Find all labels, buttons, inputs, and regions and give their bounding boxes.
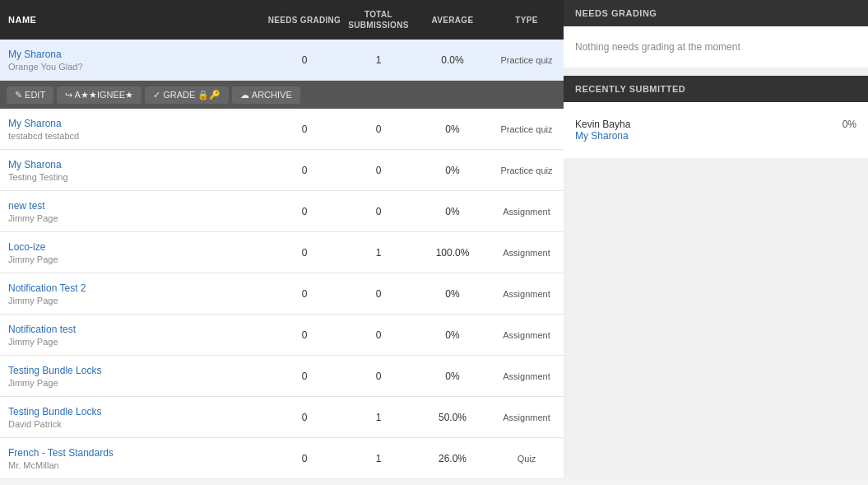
row-subtitle: Jimmy Page: [8, 213, 259, 223]
row-name-cell: Notification test Jimmy Page: [0, 317, 267, 353]
needs-grading-body: Nothing needs grading at the moment: [564, 26, 868, 68]
row-type: Assignment: [490, 330, 564, 340]
col-total-submissions-header: TOTAL SUBMISSIONS: [341, 9, 415, 30]
row-type: Quiz: [490, 454, 564, 464]
row-total-submissions: 1: [341, 453, 415, 464]
row-name-cell: Loco-ize Jimmy Page: [0, 235, 267, 271]
row-name-cell: French - Test Standards Mr. McMillan: [0, 441, 267, 477]
row-average: 0%: [415, 165, 490, 176]
row-name-cell: My Sharona testabcd testabcd: [0, 111, 267, 147]
table-row: new test Jimmy Page 0 0 0% Assignment: [0, 191, 564, 232]
assignment-title-link[interactable]: Loco-ize: [8, 241, 45, 253]
row-average: 0%: [415, 371, 490, 382]
row-needs-grading: 0: [267, 247, 341, 259]
row-subtitle: Jimmy Page: [8, 337, 259, 347]
row-type: Practice quiz: [490, 166, 564, 175]
row-subtitle: Orange You Glad?: [8, 62, 259, 72]
row-average: 0%: [415, 124, 490, 135]
table-row: French - Test Standards Mr. McMillan 0 1…: [0, 438, 564, 479]
table-row: My Sharona testabcd testabcd 0 0 0% Prac…: [0, 109, 564, 150]
assignment-title-link[interactable]: My Sharona: [8, 49, 62, 60]
row-name-cell: My Sharona Testing Testing: [0, 152, 267, 189]
table-row: Notification test Jimmy Page 0 0 0% Assi…: [0, 315, 564, 356]
assignment-title-link[interactable]: new test: [8, 200, 45, 212]
table-row: My Sharona Orange You Glad? 0 1 0.0% Pra…: [0, 40, 564, 81]
table-row: My Sharona Testing Testing 0 0 0% Practi…: [0, 150, 564, 191]
recently-submitted-header: RECENTLY SUBMITTED: [564, 76, 868, 102]
row-type: Practice quiz: [490, 124, 564, 134]
assignment-title-link[interactable]: Testing Bundle Locks: [8, 365, 101, 376]
row-name-cell: Notification Test 2 Jimmy Page: [0, 276, 267, 312]
needs-grading-header: NEEDS GRADING: [564, 0, 868, 26]
row-name-cell: Testing Bundle Locks David Patrick: [0, 399, 267, 436]
row-average: 100.0%: [415, 247, 490, 259]
row-average: 0%: [415, 288, 490, 300]
action-toolbar: ✎ EDIT ↪ A★★IGNEE★ ✓ GRADE 🔒🔑 ☁ ARCHIVE: [0, 81, 564, 109]
row-total-submissions: 1: [341, 412, 415, 423]
row-type: Practice quiz: [490, 55, 564, 65]
col-name-header: NAME: [0, 15, 267, 25]
row-total-submissions: 0: [341, 329, 415, 341]
table-row: Loco-ize Jimmy Page 0 1 100.0% Assignmen…: [0, 232, 564, 273]
recently-submitted-section: RECENTLY SUBMITTED Kevin Bayha My Sharon…: [564, 76, 868, 158]
needs-grading-empty-text: Nothing needs grading at the moment: [575, 38, 856, 56]
row-needs-grading: 0: [267, 453, 341, 464]
table-row: Notification Test 2 Jimmy Page 0 0 0% As…: [0, 273, 564, 315]
row-name-cell: My Sharona Orange You Glad?: [0, 42, 267, 78]
row-total-submissions: 0: [341, 371, 415, 382]
row-needs-grading: 0: [267, 329, 341, 341]
col-needs-grading-header: NEEDS GRADING: [267, 15, 341, 26]
submitted-username: Kevin Bayha: [575, 119, 630, 130]
row-subtitle: Mr. McMillan: [8, 460, 259, 470]
submitted-user-info: Kevin Bayha My Sharona: [575, 119, 630, 142]
row-total-submissions: 0: [341, 288, 415, 300]
row-needs-grading: 0: [267, 165, 341, 176]
row-average: 0%: [415, 329, 490, 341]
col-type-header: TYPE: [490, 16, 564, 25]
row-needs-grading: 0: [267, 371, 341, 382]
row-average: 0.0%: [415, 54, 490, 66]
row-subtitle: Testing Testing: [8, 172, 259, 182]
main-table-panel: NAME NEEDS GRADING TOTAL SUBMISSIONS AVE…: [0, 0, 564, 479]
row-type: Assignment: [490, 413, 564, 422]
assignment-title-link[interactable]: Notification test: [8, 324, 76, 335]
row-average: 50.0%: [415, 412, 490, 423]
row-subtitle: Jimmy Page: [8, 296, 259, 305]
recently-submitted-body: Kevin Bayha My Sharona 0%: [564, 102, 868, 158]
table-row: Testing Bundle Locks David Patrick 0 1 5…: [0, 397, 564, 438]
row-type: Assignment: [490, 207, 564, 217]
row-needs-grading: 0: [267, 54, 341, 66]
submitted-assignment-link[interactable]: My Sharona: [575, 130, 629, 142]
submitted-score: 0%: [842, 119, 856, 130]
row-total-submissions: 1: [341, 54, 415, 66]
row-subtitle: Jimmy Page: [8, 254, 259, 264]
row-total-submissions: 0: [341, 165, 415, 176]
row-total-submissions: 0: [341, 206, 415, 217]
assignment-title-link[interactable]: Testing Bundle Locks: [8, 406, 101, 417]
grade-button[interactable]: ✓ GRADE 🔒🔑: [145, 86, 229, 104]
row-needs-grading: 0: [267, 206, 341, 217]
assignment-title-link[interactable]: My Sharona: [8, 118, 62, 129]
row-type: Assignment: [490, 248, 564, 258]
row-average: 26.0%: [415, 453, 490, 464]
assignment-title-link[interactable]: My Sharona: [8, 159, 62, 170]
assignment-title-link[interactable]: French - Test Standards: [8, 447, 114, 459]
row-needs-grading: 0: [267, 124, 341, 135]
col-average-header: AVERAGE: [415, 16, 490, 25]
row-total-submissions: 0: [341, 124, 415, 135]
row-subtitle: Jimmy Page: [8, 378, 259, 388]
row-name-cell: new test Jimmy Page: [0, 194, 267, 230]
row-subtitle: testabcd testabcd: [8, 131, 259, 141]
row-average: 0%: [415, 206, 490, 217]
assignee-button[interactable]: ↪ A★★IGNEE★: [57, 86, 142, 104]
row-type: Assignment: [490, 289, 564, 299]
archive-button[interactable]: ☁ ARCHIVE: [232, 86, 299, 104]
table-header: NAME NEEDS GRADING TOTAL SUBMISSIONS AVE…: [0, 0, 564, 40]
needs-grading-section: NEEDS GRADING Nothing needs grading at t…: [564, 0, 868, 68]
assignment-title-link[interactable]: Notification Test 2: [8, 282, 86, 294]
table-row: Testing Bundle Locks Jimmy Page 0 0 0% A…: [0, 356, 564, 397]
edit-button[interactable]: ✎ EDIT: [7, 86, 53, 104]
row-name-cell: Testing Bundle Locks Jimmy Page: [0, 358, 267, 394]
right-panel: NEEDS GRADING Nothing needs grading at t…: [564, 0, 868, 479]
row-needs-grading: 0: [267, 288, 341, 300]
